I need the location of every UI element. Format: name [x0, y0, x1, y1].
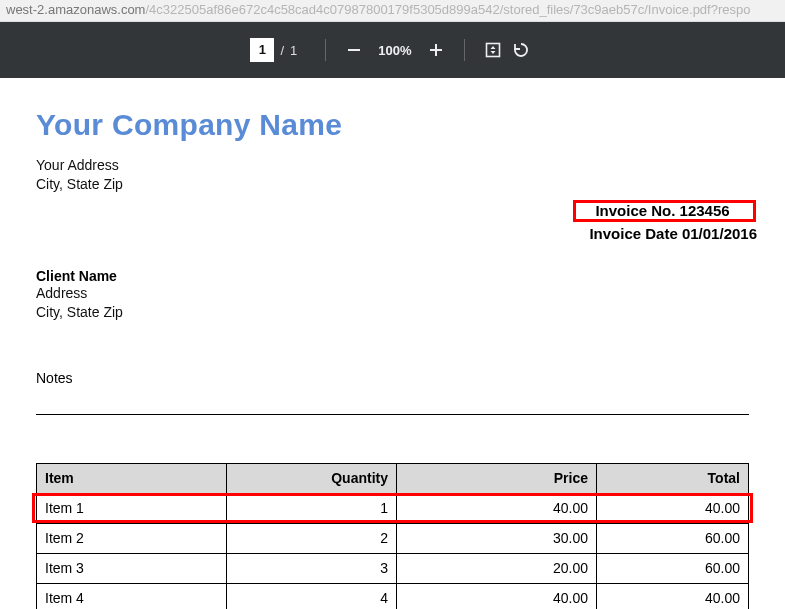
table-row: Item 3 3 20.00 60.00 [37, 553, 749, 583]
page-current-input[interactable]: 1 [250, 38, 274, 62]
cell-price: 40.00 [397, 583, 597, 609]
company-address-line1: Your Address [36, 156, 757, 175]
table-row: Item 2 2 30.00 60.00 [37, 523, 749, 553]
svg-rect-3 [486, 44, 499, 57]
toolbar-divider [464, 39, 465, 61]
col-item: Item [37, 463, 227, 493]
cell-total: 40.00 [597, 493, 749, 523]
cell-qty: 2 [227, 523, 397, 553]
divider [36, 414, 749, 415]
table-header-row: Item Quantity Price Total [37, 463, 749, 493]
cell-total: 60.00 [597, 553, 749, 583]
invoice-meta: Invoice No. 123456 Invoice Date 01/01/20… [589, 200, 757, 242]
cell-item: Item 2 [37, 523, 227, 553]
fit-page-icon [484, 41, 502, 59]
rotate-button[interactable] [507, 36, 535, 64]
company-address-line2: City, State Zip [36, 175, 757, 194]
cell-qty: 1 [227, 493, 397, 523]
items-table: Item Quantity Price Total Item 1 1 40.00… [36, 463, 749, 609]
cell-item: Item 1 [37, 493, 227, 523]
cell-qty: 3 [227, 553, 397, 583]
invoice-date-label: Invoice Date [589, 225, 682, 242]
svg-rect-0 [348, 49, 360, 51]
table-row: Item 1 1 40.00 40.00 [37, 493, 749, 523]
col-total: Total [597, 463, 749, 493]
client-address-line1: Address [36, 284, 757, 303]
cell-total: 60.00 [597, 523, 749, 553]
minus-icon [346, 42, 362, 58]
plus-icon [428, 42, 444, 58]
client-block: Client Name Address City, State Zip [36, 268, 757, 322]
client-address-line2: City, State Zip [36, 303, 757, 322]
col-price: Price [397, 463, 597, 493]
toolbar-divider [325, 39, 326, 61]
cell-item: Item 3 [37, 553, 227, 583]
svg-rect-2 [435, 44, 437, 56]
client-name: Client Name [36, 268, 757, 284]
invoice-number-label: Invoice No. [595, 202, 679, 219]
zoom-out-button[interactable] [340, 36, 368, 64]
zoom-level: 100% [378, 43, 411, 58]
page-indicator: 1 / 1 [250, 38, 297, 62]
invoice-date-value: 01/01/2016 [682, 225, 757, 242]
notes-label: Notes [36, 370, 757, 386]
cell-qty: 4 [227, 583, 397, 609]
page-separator: / [280, 43, 284, 58]
pdf-toolbar: 1 / 1 100% [0, 22, 785, 78]
col-qty: Quantity [227, 463, 397, 493]
zoom-in-button[interactable] [422, 36, 450, 64]
cell-price: 20.00 [397, 553, 597, 583]
pdf-page: Your Company Name Your Address City, Sta… [0, 78, 785, 609]
cell-item: Item 4 [37, 583, 227, 609]
invoice-date: Invoice Date 01/01/2016 [589, 225, 757, 242]
invoice-number: Invoice No. 123456 [589, 200, 757, 221]
table-row: Item 4 4 40.00 40.00 [37, 583, 749, 609]
rotate-icon [512, 41, 530, 59]
cell-price: 30.00 [397, 523, 597, 553]
page-total: 1 [290, 43, 297, 58]
company-name: Your Company Name [36, 108, 757, 142]
url-host: west-2.amazonaws.com [6, 2, 145, 17]
cell-total: 40.00 [597, 583, 749, 609]
fit-page-button[interactable] [479, 36, 507, 64]
invoice-number-value: 123456 [680, 202, 730, 219]
cell-price: 40.00 [397, 493, 597, 523]
url-path: /4c322505af86e672c4c58cad4c07987800179f5… [145, 2, 750, 17]
address-bar[interactable]: west-2.amazonaws.com/4c322505af86e672c4c… [0, 0, 785, 22]
